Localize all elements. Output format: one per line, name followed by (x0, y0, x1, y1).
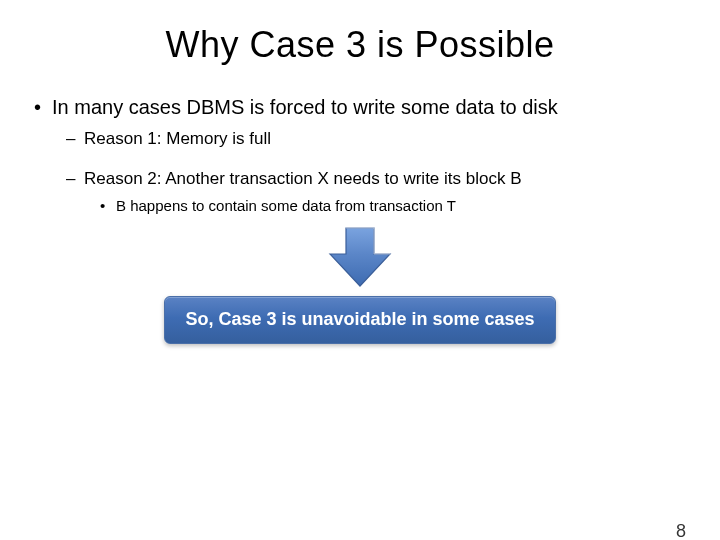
callout-container: So, Case 3 is unavoidable in some cases (0, 296, 720, 344)
page-number: 8 (676, 521, 686, 540)
slide: Why Case 3 is Possible In many cases DBM… (0, 24, 720, 540)
bullet-main: In many cases DBMS is forced to write so… (30, 94, 690, 120)
callout-text: So, Case 3 is unavoidable in some cases (185, 309, 534, 330)
slide-title: Why Case 3 is Possible (0, 24, 720, 66)
down-arrow-icon (320, 224, 400, 290)
bullet-reason-2-sub: B happens to contain some data from tran… (30, 196, 690, 216)
callout-box: So, Case 3 is unavoidable in some cases (164, 296, 556, 344)
bullet-reason-2: Reason 2: Another transaction X needs to… (30, 168, 690, 190)
arrow-container (0, 224, 720, 290)
slide-content: In many cases DBMS is forced to write so… (30, 94, 690, 216)
bullet-reason-1: Reason 1: Memory is full (30, 128, 690, 150)
